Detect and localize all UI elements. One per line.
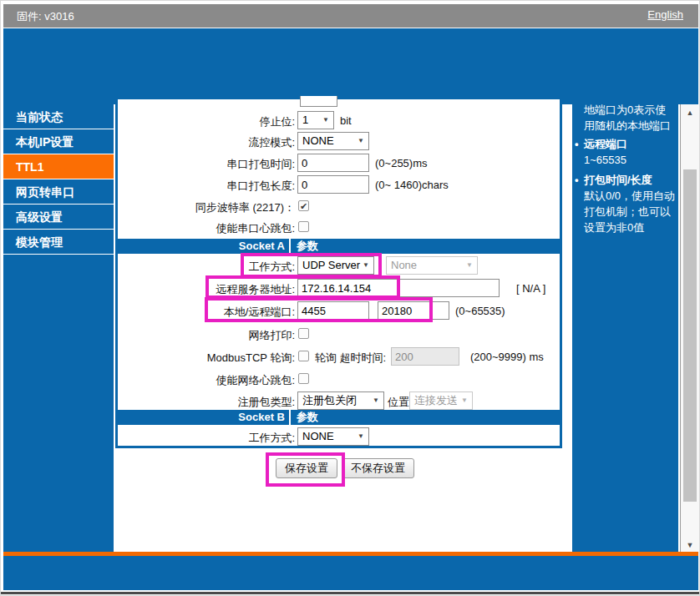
net-heartbeat-checkbox[interactable] (298, 373, 309, 384)
work-mode-a-label: 工作方式: (218, 260, 295, 275)
help-item-title: 打包时间/长度 (584, 172, 652, 188)
stop-bits-unit: bit (340, 114, 352, 127)
english-language-link[interactable]: English (647, 8, 683, 21)
flow-ctrl-label: 流控模式: (218, 135, 295, 150)
help-item-body: 1~65535 (584, 152, 677, 168)
pack-len-label: 串口打包长度: (201, 179, 295, 194)
help-item-body: 默认0/0，使用自动打包机制；也可以设置为非0值 (584, 188, 677, 235)
chevron-down-icon: ▼ (358, 428, 364, 445)
footer-band (3, 556, 698, 590)
work-mode-b-select[interactable]: NONE ▼ (297, 427, 369, 446)
socket-a-section-bar: Socket A 参数 (118, 239, 560, 254)
reg-pkt-value: 注册包关闭 (302, 394, 357, 407)
title-bar: 固件: v3016 English (3, 4, 698, 28)
socket-b-section-bar: Socket B 参数 (118, 410, 560, 425)
discard-settings-button[interactable]: 不保存设置 (342, 458, 414, 478)
local-port-input[interactable] (297, 301, 369, 320)
remote-addr-hint: [ N/A ] (516, 282, 545, 295)
page-scrollbar[interactable]: ▲ ▼ (680, 104, 699, 553)
modbus-timeout-label: 轮询 超时时间: (315, 351, 386, 366)
scroll-down-arrow-icon[interactable]: ▼ (683, 538, 697, 552)
ports-hint: (0~65535) (455, 305, 505, 317)
stop-bits-value: 1 (302, 114, 308, 126)
uart-heartbeat-label: 使能串口心跳包: (176, 221, 295, 236)
reg-pkt-position-label: 位置 (388, 395, 409, 410)
stop-bits-label: 停止位: (218, 114, 295, 129)
sidebar-item-ttl1[interactable]: TTL1 (3, 154, 114, 179)
pack-time-label: 串口打包时间: (201, 157, 295, 172)
remote-addr-label: 远程服务器地址: (201, 282, 295, 297)
modbus-hint: (200~9999) ms (470, 351, 544, 363)
modbus-checkbox[interactable] (298, 351, 309, 361)
scroll-up-arrow-icon[interactable]: ▲ (683, 106, 697, 119)
clipped-select[interactable] (300, 96, 337, 107)
flow-ctrl-select[interactable]: NONE ▼ (297, 132, 369, 150)
chevron-down-icon: ▼ (363, 257, 369, 274)
flow-ctrl-value: NONE (302, 134, 334, 147)
socket-b-title: Socket B (118, 410, 291, 425)
chevron-down-icon: ▼ (358, 133, 364, 149)
net-print-checkbox[interactable] (298, 328, 309, 339)
ports-label: 本地/远程端口: (201, 305, 295, 320)
pack-time-input[interactable] (297, 154, 369, 172)
socket-b-subtitle: 参数 (292, 410, 318, 425)
sidebar-item-local-ip[interactable]: 本机IP设置 (3, 129, 114, 154)
net-heartbeat-label: 使能网络心跳包: (185, 373, 295, 388)
window-bottom-edge (1, 592, 700, 594)
remote-port-input[interactable] (378, 301, 449, 320)
socket-a-title: Socket A (118, 239, 291, 254)
chevron-down-icon: ▼ (322, 112, 329, 129)
reg-pkt-select[interactable]: 注册包关闭 ▼ (297, 391, 384, 410)
uart-heartbeat-checkbox[interactable] (298, 221, 309, 232)
sidebar-item-advanced[interactable]: 高级设置 (3, 205, 114, 230)
chevron-down-icon: ▼ (466, 257, 473, 274)
reg-pkt-position-select: 连接发送 ▼ (409, 391, 473, 410)
browser-viewport: 固件: v3016 English 当前状态 本机IP设置 TTL1 网页转串口… (0, 0, 700, 596)
socket-a-subtitle: 参数 (292, 239, 318, 254)
sidebar-item-current-status[interactable]: 当前状态 (3, 104, 114, 129)
work-mode-a-sub-select: None ▼ (386, 256, 478, 275)
work-mode-a-sub-value: None (391, 259, 417, 271)
settings-form-panel: 停止位: 1 ▼ bit 流控模式: NONE ▼ 串口打包时间: (0~255… (115, 99, 562, 448)
work-mode-a-value: UDP Server (302, 259, 360, 271)
sync-baud-checkbox[interactable]: ✔ (298, 200, 309, 211)
scrollbar-thumb[interactable] (683, 169, 697, 502)
pack-len-hint: (0~ 1460)chars (375, 179, 449, 191)
stop-bits-select[interactable]: 1 ▼ (297, 111, 334, 129)
work-mode-b-label: 工作方式: (218, 431, 295, 446)
help-intro-text: 地端口为0表示使用随机的本地端口 (584, 102, 676, 134)
sidebar-nav: 当前状态 本机IP设置 TTL1 网页转串口 高级设置 模块管理 (3, 104, 114, 553)
bullet-icon: • (575, 172, 582, 188)
net-print-label: 网络打印: (201, 328, 295, 343)
modbus-timeout-input (391, 347, 459, 366)
help-panel: 地端口为0表示使用随机的本地端口 • 远程端口 1~65535 • 打包时间/长… (572, 104, 678, 552)
page-header-band (3, 28, 698, 104)
reg-pkt-position-value: 连接发送 (414, 394, 458, 407)
sync-baud-label: 同步波特率 (2217)： (176, 200, 295, 215)
firmware-version-label: 固件: v3016 (17, 9, 74, 24)
reg-pkt-label: 注册包类型: (201, 395, 295, 410)
sidebar-item-module-mgmt[interactable]: 模块管理 (3, 230, 114, 255)
pack-len-input[interactable] (297, 175, 369, 194)
chevron-down-icon: ▼ (373, 392, 379, 409)
work-mode-a-select[interactable]: UDP Server ▼ (297, 256, 374, 275)
bullet-icon: • (575, 136, 582, 152)
modbus-label: ModbusTCP 轮询: (185, 351, 295, 366)
sidebar-item-web-to-serial[interactable]: 网页转串口 (3, 179, 114, 205)
chevron-down-icon: ▼ (461, 392, 468, 409)
remote-addr-input[interactable] (297, 279, 500, 297)
help-item-title: 远程端口 (584, 136, 627, 152)
pack-time-hint: (0~255)ms (375, 157, 428, 169)
work-mode-b-value: NONE (302, 430, 334, 442)
save-settings-button[interactable]: 保存设置 (276, 458, 337, 478)
